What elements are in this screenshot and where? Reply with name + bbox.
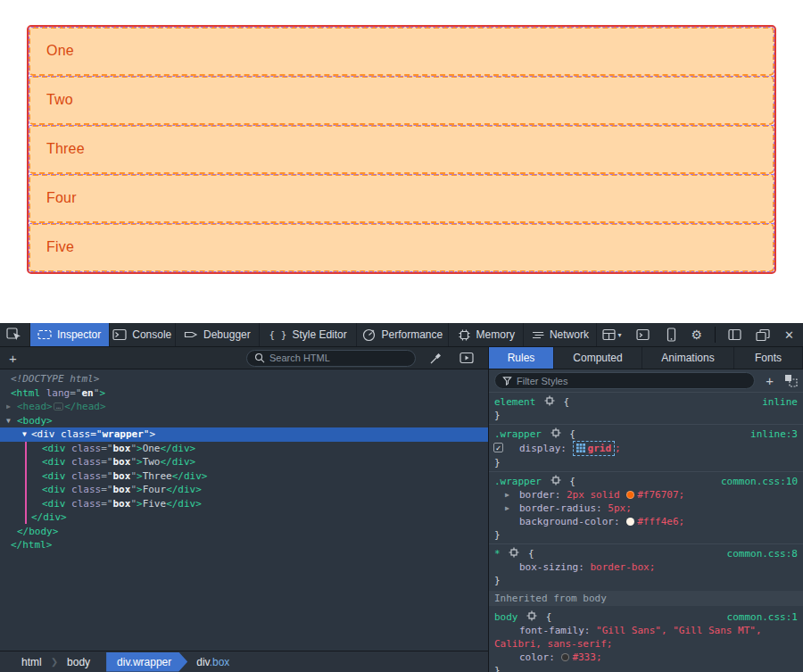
collapse-twisty-icon[interactable]: ▼ — [22, 427, 27, 442]
split-console-button[interactable] — [631, 328, 656, 341]
color-swatch[interactable] — [626, 518, 634, 526]
expand-twisty-icon[interactable]: ▶ — [6, 400, 11, 414]
markup-row-html-open[interactable]: <html lang="en"> — [0, 386, 488, 401]
color-swatch[interactable] — [626, 491, 634, 499]
rule-gear-icon[interactable] — [551, 427, 561, 438]
filter-styles-box[interactable] — [494, 372, 755, 389]
tab-network[interactable]: Network — [524, 323, 596, 346]
eyedropper-button[interactable] — [423, 352, 447, 365]
expand-shorthand-icon[interactable]: ▶ — [505, 488, 509, 502]
filter-styles-input[interactable] — [517, 376, 747, 386]
expand-shorthand-icon[interactable]: ▶ — [505, 502, 509, 515]
rule-selector[interactable]: element — [494, 396, 535, 408]
rule-universal: * { common.css:8 box-sizing: border-box;… — [489, 543, 803, 589]
tab-fonts[interactable]: Fonts — [734, 347, 803, 369]
close-icon: ✕ — [784, 328, 794, 342]
collapse-twisty-icon[interactable]: ▼ — [6, 414, 11, 428]
search-html-box[interactable] — [246, 350, 416, 367]
tab-label: Debugger — [203, 328, 251, 341]
grid-box-two: Two — [29, 76, 774, 125]
tab-memory[interactable]: Memory — [449, 323, 524, 346]
gear-icon: ⚙ — [691, 328, 703, 341]
tab-label: Style Editor — [292, 328, 346, 341]
breadcrumb-html[interactable]: html — [12, 656, 51, 668]
tab-console[interactable]: Console — [110, 323, 176, 346]
rule-selector[interactable]: body — [494, 611, 518, 623]
element-picker-button[interactable] — [0, 323, 30, 346]
breadcrumb-body[interactable]: body — [58, 656, 99, 668]
tab-label: Console — [132, 328, 171, 341]
markup-row-body-close[interactable]: </body> — [0, 525, 488, 539]
tab-performance[interactable]: Performance — [357, 323, 449, 346]
markup-row-wrapper-close[interactable]: </div> — [0, 510, 488, 525]
collapsed-content-marker[interactable]: … — [54, 402, 63, 411]
settings-button[interactable]: ⚙ — [686, 328, 708, 341]
dock-side-button[interactable] — [723, 328, 747, 341]
iframe-picker-button[interactable]: ▾ — [597, 328, 627, 341]
markup-row-box-three[interactable]: <div class="box">Three</div> — [0, 469, 488, 484]
rule-gear-icon[interactable] — [551, 475, 561, 485]
rule-gear-icon[interactable] — [526, 610, 537, 621]
devtools-panel: Inspector Console Debugger { } Style Edi… — [0, 323, 803, 672]
markup-row-box-two[interactable]: <div class="box">Two</div> — [0, 455, 488, 469]
paint-flashing-button[interactable] — [454, 352, 479, 364]
breadcrumb-div-box[interactable]: div.box — [187, 656, 238, 668]
markup-toolbar: + — [0, 347, 488, 369]
rule-source-link[interactable]: common.css:8 — [727, 547, 798, 560]
rule-source-link[interactable]: inline:3 — [750, 427, 798, 441]
color-swatch[interactable] — [561, 653, 569, 661]
pseudo-class-panel-icon[interactable] — [784, 374, 798, 387]
rule-source-link[interactable]: common.css:10 — [721, 475, 798, 488]
rule-gear-icon[interactable] — [509, 547, 519, 558]
inherited-from-body-header: Inherited from body — [489, 591, 803, 606]
debugger-icon — [184, 328, 198, 341]
tab-animations[interactable]: Animations — [642, 347, 734, 369]
grid-highlighter-toggle[interactable]: grid — [573, 441, 616, 456]
rule-selector[interactable]: .wrapper — [494, 476, 542, 487]
network-icon — [531, 329, 544, 341]
tab-style-editor[interactable]: { } Style Editor — [260, 323, 358, 346]
grid-box-three: Three — [29, 125, 774, 174]
tab-rules[interactable]: Rules — [489, 347, 554, 369]
markup-row-box-one[interactable]: <div class="box">One</div> — [0, 442, 488, 456]
rules-tabs: Rules Computed Animations Fonts — [489, 347, 803, 369]
close-devtools-button[interactable]: ✕ — [779, 328, 799, 342]
tab-debugger[interactable]: Debugger — [176, 323, 260, 346]
filter-funnel-icon — [502, 376, 512, 386]
rule-selector[interactable]: * — [494, 548, 501, 560]
separate-window-button[interactable] — [750, 328, 775, 342]
prop-enabled-checkbox[interactable]: ✓ — [493, 443, 503, 452]
rule-selector[interactable]: .wrapper — [494, 428, 542, 440]
box-label: Four — [46, 190, 77, 205]
prop-background-color: background-color: #fff4e6; — [489, 515, 803, 528]
rule-source-link[interactable]: common.css:1 — [727, 610, 798, 624]
markup-row-html-close[interactable]: </html> — [0, 538, 488, 552]
responsive-mode-button[interactable] — [659, 328, 683, 342]
breadcrumb-div-wrapper-selected[interactable]: div.wrapper — [106, 652, 187, 672]
tab-computed[interactable]: Computed — [554, 347, 642, 369]
add-rule-button[interactable]: + — [762, 373, 777, 388]
markup-pane: + — [0, 347, 489, 672]
separate-window-icon — [756, 328, 770, 342]
console-icon — [112, 328, 127, 341]
markup-row-head[interactable]: ▶<head>…</head> — [0, 400, 488, 414]
breadcrumb-separator-icon: ❯ — [51, 657, 58, 667]
prop-color: color: #333; — [489, 651, 803, 664]
prop-border-radius: ▶ border-radius: 5px; — [489, 502, 803, 515]
rule-wrapper-inline: .wrapper { inline:3 ✓ display: grid; — [489, 424, 803, 471]
markup-row-wrapper-selected[interactable]: ▼<div class="wrapper"> — [0, 427, 488, 442]
inspector-icon — [37, 328, 52, 341]
add-node-button[interactable]: + — [5, 351, 21, 366]
grid-icon — [576, 444, 585, 452]
tab-inspector[interactable]: Inspector — [30, 323, 110, 346]
rule-gear-icon[interactable] — [544, 395, 555, 406]
markup-row-box-five[interactable]: <div class="box">Five</div> — [0, 497, 488, 511]
rule-source-link[interactable]: inline — [762, 395, 798, 409]
markup-row-body-open[interactable]: ▼<body> — [0, 414, 488, 428]
markup-row-box-four[interactable]: <div class="box">Four</div> — [0, 483, 488, 497]
devtools-tabbar: Inspector Console Debugger { } Style Edi… — [0, 323, 803, 347]
prop-display-grid: ✓ display: grid; — [489, 441, 803, 456]
markup-row-doctype[interactable]: <!DOCTYPE html> — [0, 372, 488, 386]
grid-box-one: One — [29, 27, 774, 76]
search-html-input[interactable] — [269, 353, 408, 363]
